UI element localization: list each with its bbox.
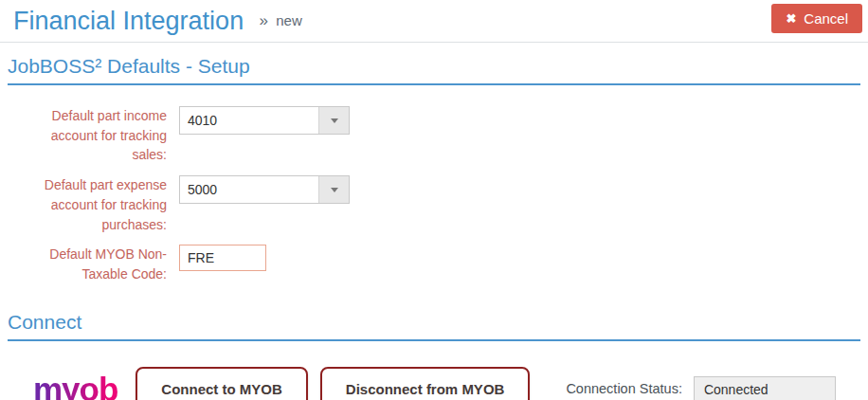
form-row-income-account: Default part income account for tracking… (43, 106, 868, 165)
connect-row: myob Connect to MYOB Disconnect from MYO… (33, 367, 868, 400)
expense-account-value: 5000 (180, 176, 318, 203)
expense-account-label: Default part expense account for trackin… (43, 175, 167, 234)
income-account-value: 4010 (180, 107, 318, 134)
breadcrumb: » new (260, 11, 302, 30)
connect-section-heading: Connect (8, 311, 860, 341)
myob-logo: myob (33, 373, 118, 400)
connection-status-label: Connection Status: (566, 381, 682, 396)
expense-account-dropdown[interactable]: 5000 (179, 175, 350, 204)
breadcrumb-current: new (276, 12, 302, 28)
income-account-dropdown[interactable]: 4010 (179, 106, 350, 135)
setup-section-heading: JobBOSS² Defaults - Setup (8, 55, 860, 85)
chevron-down-icon (331, 118, 338, 123)
setup-form: Default part income account for tracking… (0, 85, 868, 299)
cancel-button[interactable]: ✖ Cancel (771, 4, 862, 33)
expense-account-dropdown-button[interactable] (318, 176, 349, 203)
breadcrumb-separator-icon: » (260, 11, 268, 29)
nontaxable-code-label: Default MYOB Non-Taxable Code: (43, 245, 167, 283)
cancel-button-label: Cancel (804, 10, 848, 27)
connect-to-myob-button[interactable]: Connect to MYOB (136, 367, 308, 400)
form-row-nontaxable-code: Default MYOB Non-Taxable Code: (43, 245, 868, 283)
page-title: Financial Integration (13, 7, 244, 36)
income-account-label: Default part income account for tracking… (43, 106, 167, 165)
income-account-dropdown-button[interactable] (318, 107, 349, 134)
connection-status-value: Connected (694, 376, 836, 400)
disconnect-from-myob-button[interactable]: Disconnect from MYOB (320, 367, 531, 400)
form-row-expense-account: Default part expense account for trackin… (43, 175, 868, 234)
page-header: Financial Integration » new ✖ Cancel (0, 0, 868, 43)
nontaxable-code-input[interactable] (179, 245, 266, 271)
chevron-down-icon (331, 188, 338, 192)
close-icon: ✖ (786, 11, 796, 26)
